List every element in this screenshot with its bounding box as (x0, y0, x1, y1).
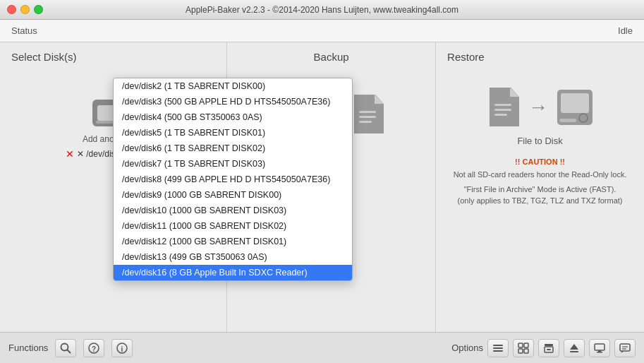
svg-rect-24 (493, 345, 503, 346)
app-title: ApplePi-Baker v2.2.3 - ©2014-2020 Hans L… (186, 5, 458, 15)
bottombar: Functions ? i Options (0, 332, 644, 363)
svg-rect-10 (359, 121, 372, 123)
svg-rect-8 (359, 111, 376, 113)
svg-rect-31 (545, 344, 553, 346)
svg-rect-25 (493, 347, 503, 349)
caution-note2: "First File in Archive" Mode is Active (… (447, 184, 633, 207)
svg-rect-17 (559, 119, 576, 122)
svg-line-19 (68, 350, 71, 352)
message-button[interactable] (614, 339, 636, 357)
restore-title: Restore (447, 51, 633, 63)
archive-button[interactable] (538, 339, 559, 357)
display-icon (594, 343, 605, 354)
backup-title: Backup (314, 51, 349, 63)
select-disk-panel: Select Disk(s) Add another D... ✕ ✕ /dev… (0, 42, 227, 332)
backup-file-icon (348, 91, 387, 137)
disk-dropdown-item[interactable]: /dev/disk9 (1000 GB SABRENT DISK00) (114, 187, 352, 203)
info-button[interactable]: i (111, 339, 133, 357)
disk-dropdown-item[interactable]: /dev/disk12 (1000 GB SABRENT DISK01) (114, 234, 352, 249)
disk-dropdown-item[interactable]: /dev/disk11 (1000 GB SABRENT DISK02) (114, 218, 352, 234)
restore-panel: Restore → File to Disk !! CAUTION !! Not… (436, 42, 644, 332)
disk-dropdown-item[interactable]: /dev/disk7 (1 TB SABRENT DISK03) (114, 156, 352, 172)
status-bar: Status Idle (0, 20, 644, 42)
maximize-button[interactable] (34, 5, 43, 14)
svg-rect-27 (518, 343, 523, 347)
help-icon: ? (88, 343, 99, 354)
svg-rect-30 (524, 349, 528, 353)
close-button[interactable] (7, 5, 16, 14)
svg-rect-12 (494, 109, 511, 111)
disk-dropdown[interactable]: /dev/disk2 (1 TB SABRENT DISK00)/dev/dis… (113, 78, 353, 281)
svg-rect-38 (597, 352, 602, 353)
display-button[interactable] (589, 339, 610, 357)
main-content: Select Disk(s) Add another D... ✕ ✕ /dev… (0, 42, 644, 332)
disk-dropdown-item[interactable]: /dev/disk8 (499 GB APPLE HD D HTS545050A… (114, 172, 352, 187)
functions-label: Functions (8, 343, 48, 353)
status-value: Idle (618, 25, 633, 36)
disk-dropdown-item[interactable]: /dev/disk10 (1000 GB SABRENT DISK03) (114, 203, 352, 218)
svg-rect-26 (493, 350, 503, 352)
help-button[interactable]: ? (83, 339, 104, 357)
search-icon (60, 343, 71, 354)
svg-point-16 (579, 114, 588, 122)
restore-file-icon (484, 84, 523, 130)
caution-text: !! CAUTION !! (447, 157, 633, 166)
bottom-left: Functions ? i (8, 339, 133, 357)
svg-rect-9 (359, 116, 376, 118)
disk-dropdown-item[interactable]: /dev/disk4 (500 GB ST350063 0AS) (114, 109, 352, 125)
svg-rect-29 (518, 349, 523, 353)
svg-rect-35 (570, 351, 578, 352)
svg-text:i: i (121, 345, 123, 352)
titlebar: ApplePi-Baker v2.2.3 - ©2014-2020 Hans L… (0, 0, 644, 20)
svg-rect-33 (547, 349, 551, 350)
svg-rect-11 (494, 104, 511, 106)
remove-disk-icon[interactable]: ✕ (66, 148, 74, 160)
message-icon (619, 343, 631, 354)
svg-rect-28 (524, 343, 528, 347)
minimize-button[interactable] (20, 5, 30, 14)
eject-button[interactable] (564, 339, 585, 357)
options-label: Options (451, 343, 483, 353)
status-label: Status (11, 25, 37, 36)
disk-dropdown-item[interactable]: /dev/disk13 (499 GB ST350063 0AS) (114, 249, 352, 265)
archive-icon (543, 343, 554, 354)
svg-rect-15 (561, 93, 589, 113)
svg-rect-13 (494, 114, 507, 116)
svg-rect-36 (595, 344, 604, 350)
select-disk-title: Select Disk(s) (11, 51, 215, 63)
list-icon (492, 343, 504, 354)
grid-icon (518, 343, 529, 354)
svg-marker-34 (570, 344, 578, 350)
svg-text:?: ? (92, 345, 96, 352)
bottom-right: Options (451, 339, 636, 357)
restore-disk-icon (554, 86, 596, 129)
disk-dropdown-item[interactable]: /dev/disk16 (8 GB Apple Built In SDXC Re… (114, 265, 352, 280)
svg-rect-37 (598, 350, 601, 352)
caution-note1: Not all SD-card readers honor the Read-O… (447, 169, 633, 181)
eject-icon (569, 343, 580, 354)
restore-icon-area: → (447, 84, 633, 130)
disk-dropdown-item[interactable]: /dev/disk2 (1 TB SABRENT DISK00) (114, 78, 352, 94)
list-view-button[interactable] (487, 339, 509, 357)
disk-dropdown-item[interactable]: /dev/disk6 (1 TB SABRENT DISK02) (114, 141, 352, 156)
restore-arrow-icon: → (528, 96, 548, 119)
disk-dropdown-item[interactable]: /dev/disk3 (500 GB APPLE HD D HTS545050A… (114, 94, 352, 109)
disk-dropdown-item[interactable]: /dev/disk5 (1 TB SABRENT DISK01) (114, 125, 352, 141)
info-icon: i (116, 343, 128, 354)
search-button[interactable] (55, 339, 76, 357)
window-buttons (7, 5, 43, 14)
svg-rect-39 (620, 344, 630, 351)
file-to-disk-label: File to Disk (447, 136, 633, 146)
grid-view-button[interactable] (513, 339, 534, 357)
